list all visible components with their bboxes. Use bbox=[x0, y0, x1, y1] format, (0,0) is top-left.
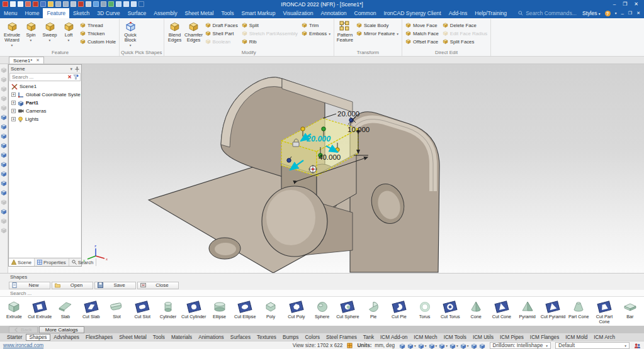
expander-icon[interactable]: + bbox=[11, 109, 16, 113]
split-button[interactable]: Split bbox=[242, 22, 298, 29]
tree-item-cameras[interactable]: +Cameras bbox=[9, 107, 81, 115]
undo-icon[interactable] bbox=[93, 1, 99, 7]
doc-minimize-button[interactable]: – bbox=[621, 11, 623, 16]
catalog-tab-icm-mech[interactable]: ICM Mech bbox=[410, 334, 440, 341]
move-face-button[interactable]: Move Face bbox=[405, 22, 439, 29]
dimension-active[interactable]: 20.000 bbox=[306, 135, 330, 143]
dimension-right[interactable]: 10.000 bbox=[347, 126, 370, 133]
tree-item-lights[interactable]: +Lights bbox=[9, 115, 81, 123]
ironcad-link[interactable]: www.ironcad.com bbox=[3, 343, 43, 348]
catalog-item-cylinder[interactable]: Cylinder bbox=[155, 297, 181, 325]
link-icon[interactable] bbox=[71, 1, 76, 7]
menu-tab-surface[interactable]: Surface bbox=[124, 8, 150, 18]
document-tab[interactable]: Scene1* ✕ bbox=[9, 57, 44, 64]
front-view-tool-icon[interactable] bbox=[1, 170, 7, 178]
part-right-plate[interactable] bbox=[350, 112, 439, 272]
hidden-line-tool-icon[interactable] bbox=[1, 152, 7, 159]
measure-tool-icon[interactable] bbox=[1, 199, 7, 206]
edit-face-radius-button[interactable]: Edit Face Radius bbox=[443, 30, 487, 37]
catalog-item-slab[interactable]: Slab bbox=[53, 297, 79, 325]
catalog-tab-advshapes[interactable]: Advshapes bbox=[50, 334, 82, 341]
catalog-tab-starter[interactable]: Starter bbox=[4, 334, 26, 341]
sweep-button[interactable]: Sweep▾ bbox=[40, 19, 59, 43]
catalog-open-button[interactable]: Open bbox=[52, 282, 93, 289]
dropdown-caret-icon[interactable]: ▾ bbox=[11, 43, 13, 48]
draft-tool-icon[interactable] bbox=[1, 67, 7, 74]
catalog-item-cut-slot[interactable]: Cut Slot bbox=[130, 297, 155, 325]
catalog-item-cut-part-cone[interactable]: Cut Part Cone bbox=[592, 297, 618, 325]
spin-button[interactable]: Spin▾ bbox=[21, 19, 40, 43]
restore-button[interactable]: ❐ bbox=[623, 1, 627, 7]
top-view-tool-icon[interactable] bbox=[1, 189, 7, 197]
catalog-item-cut-cone[interactable]: Cut Cone bbox=[489, 297, 515, 325]
stretch-part-assembly-button[interactable]: Stretch Part/Assembly bbox=[242, 30, 298, 37]
catalog-item-cut-sphere[interactable]: Cut Sphere bbox=[335, 297, 361, 325]
radius-tool-icon[interactable] bbox=[1, 227, 7, 235]
clear-search-icon[interactable]: ✕ bbox=[66, 74, 73, 80]
loft-button[interactable]: Loft▾ bbox=[59, 19, 78, 43]
catalog-item-cut-pyramid[interactable]: Cut Pyramid bbox=[540, 297, 566, 325]
dropdown-caret-icon[interactable]: ▾ bbox=[397, 32, 398, 36]
pan-view-icon[interactable]: ▾ bbox=[439, 343, 448, 349]
split-faces-button[interactable]: Split Faces bbox=[443, 38, 487, 45]
fit-scene-icon[interactable]: ▾ bbox=[418, 343, 427, 349]
panel-tab-search[interactable]: Search bbox=[69, 258, 97, 266]
dropdown-caret-icon[interactable]: ▾ bbox=[130, 43, 132, 48]
boolean-button[interactable]: Boolean bbox=[205, 38, 238, 45]
menu-tab-home[interactable]: Home bbox=[21, 8, 43, 18]
menu-tab-common[interactable]: Common bbox=[351, 8, 380, 18]
perspective-tool-icon[interactable] bbox=[1, 161, 7, 169]
catalog-tab-tools[interactable]: Tools bbox=[150, 334, 168, 341]
new-scene-icon[interactable] bbox=[10, 1, 16, 7]
dual-panel-icon[interactable] bbox=[123, 1, 129, 7]
catalog-tab-icm-arch[interactable]: ICM Arch bbox=[590, 334, 618, 341]
expander-icon[interactable]: + bbox=[11, 117, 16, 121]
catalog-tab-shapes[interactable]: Shapes bbox=[26, 334, 51, 341]
panel-tab-properties[interactable]: Properties bbox=[35, 258, 69, 266]
help-icon[interactable]: ? bbox=[605, 11, 611, 16]
camera-view-icon[interactable]: ▾ bbox=[429, 343, 438, 349]
catalog-item-part-cone[interactable]: Part Cone bbox=[566, 297, 592, 325]
catalog-item-pyramid[interactable]: Pyramid bbox=[514, 297, 540, 325]
shell-tool-icon[interactable] bbox=[1, 95, 7, 102]
export-image-icon[interactable] bbox=[116, 1, 121, 7]
tree-item-part1[interactable]: +Part1 bbox=[9, 99, 81, 107]
qat-more-icon[interactable] bbox=[138, 1, 144, 7]
catalog-new-button[interactable]: New bbox=[9, 282, 50, 289]
catalog-item-cut-poly[interactable]: Cut Poly bbox=[283, 297, 309, 325]
menu-tab-menu[interactable]: Menu bbox=[0, 8, 21, 18]
dimension-bottom[interactable]: 40.000 bbox=[319, 153, 341, 161]
catalog-close-button[interactable]: Close bbox=[137, 282, 179, 289]
pointer-mode-icon[interactable] bbox=[479, 343, 485, 349]
viewport-3d[interactable]: 20.000 10.000 40.000 20.000 x y z bbox=[8, 64, 644, 273]
catalog-tab-steel-frames[interactable]: Steel Frames bbox=[323, 334, 360, 341]
loft-tool-icon[interactable] bbox=[1, 86, 7, 93]
shell-part-button[interactable]: Shell Part bbox=[205, 30, 238, 37]
blend-edges-button[interactable]: Blend Edges bbox=[166, 19, 184, 43]
sweep-tool-icon[interactable] bbox=[1, 76, 7, 84]
thread-button[interactable]: Thread bbox=[80, 22, 116, 29]
save-icon[interactable] bbox=[55, 1, 61, 7]
panel-collapse-icon[interactable]: ▾ bbox=[70, 67, 72, 72]
dropdown-caret-icon[interactable]: ▾ bbox=[68, 38, 70, 43]
catalog-tab-sheet-metal[interactable]: Sheet Metal bbox=[116, 334, 150, 341]
redo-icon[interactable] bbox=[101, 1, 106, 7]
pattern-feature-button[interactable]: Pattern Feature bbox=[336, 19, 354, 43]
rib-button[interactable]: Rib bbox=[242, 38, 298, 45]
select-filter-icon[interactable] bbox=[471, 343, 477, 349]
menu-tab-visualization[interactable]: Visualization bbox=[279, 8, 317, 18]
delete-face-button[interactable]: Delete Face bbox=[443, 22, 487, 29]
mirror-feature-button[interactable]: Mirror Feature▾ bbox=[356, 30, 398, 37]
close-button[interactable]: ✕ bbox=[634, 1, 638, 7]
catalog-item-torus[interactable]: Torus bbox=[412, 297, 438, 325]
doc-restore-button[interactable]: ❐ bbox=[628, 11, 632, 16]
zoom-window-icon[interactable] bbox=[399, 343, 405, 349]
catalog-item-cut-extrude[interactable]: Cut Extrude bbox=[27, 297, 53, 325]
hole-tool-icon[interactable] bbox=[1, 104, 7, 112]
block-view-tool-icon[interactable] bbox=[1, 114, 7, 121]
back-button[interactable]: Back bbox=[9, 326, 38, 333]
menu-tab-smart-markup[interactable]: Smart Markup bbox=[237, 8, 279, 18]
dropdown-caret-icon[interactable]: ▾ bbox=[49, 38, 51, 43]
catalog-item-bar[interactable]: Bar bbox=[617, 297, 643, 325]
catalog-tab-flexshapes[interactable]: FlexShapes bbox=[82, 334, 116, 341]
